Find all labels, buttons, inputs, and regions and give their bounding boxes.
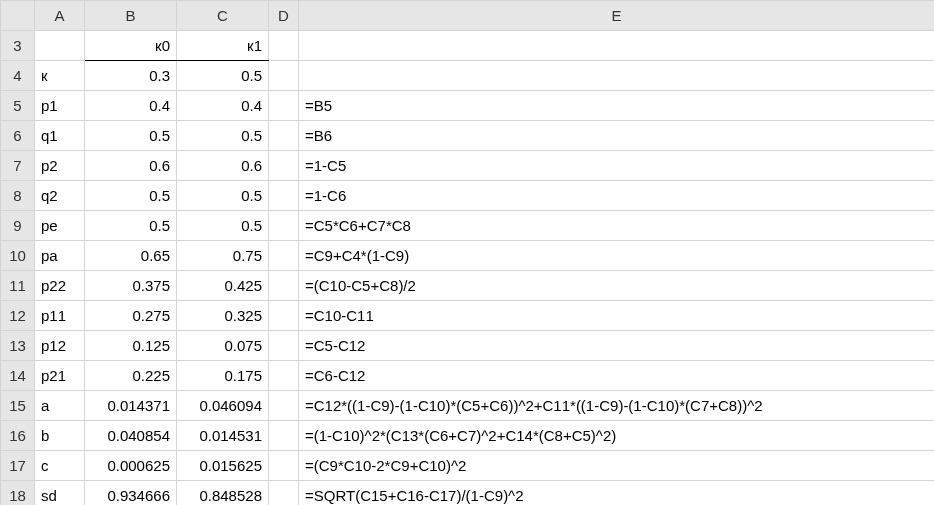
cell[interactable]: [299, 31, 935, 61]
column-header-c[interactable]: C: [177, 1, 269, 31]
cell[interactable]: 0.6: [177, 151, 269, 181]
cell[interactable]: [269, 421, 299, 451]
row-header[interactable]: 7: [1, 151, 35, 181]
cell[interactable]: 0.5: [85, 121, 177, 151]
cell[interactable]: q2: [35, 181, 85, 211]
cell[interactable]: 0.275: [85, 301, 177, 331]
cell[interactable]: 0.000625: [85, 451, 177, 481]
column-header-d[interactable]: D: [269, 1, 299, 31]
cell[interactable]: =C5-C12: [299, 331, 935, 361]
cell[interactable]: p12: [35, 331, 85, 361]
row-header[interactable]: 16: [1, 421, 35, 451]
spreadsheet-grid[interactable]: A B C D E 3 к0 к1 4 к 0.3 0.5 5 p1 0.4: [0, 0, 934, 505]
cell[interactable]: c: [35, 451, 85, 481]
cell[interactable]: [269, 391, 299, 421]
column-header-b[interactable]: B: [85, 1, 177, 31]
column-header-e[interactable]: E: [299, 1, 935, 31]
cell[interactable]: 0.375: [85, 271, 177, 301]
cell[interactable]: [269, 91, 299, 121]
cell[interactable]: pa: [35, 241, 85, 271]
row-header[interactable]: 11: [1, 271, 35, 301]
cell[interactable]: 0.4: [177, 91, 269, 121]
cell[interactable]: =1-C6: [299, 181, 935, 211]
cell[interactable]: [35, 31, 85, 61]
row-header[interactable]: 6: [1, 121, 35, 151]
row-header[interactable]: 13: [1, 331, 35, 361]
cell[interactable]: a: [35, 391, 85, 421]
cell[interactable]: 0.5: [177, 181, 269, 211]
cell[interactable]: 0.046094: [177, 391, 269, 421]
cell[interactable]: =C9+C4*(1-C9): [299, 241, 935, 271]
cell[interactable]: =C12*((1-C9)-(1-C10)*(C5+C6))^2+C11*((1-…: [299, 391, 935, 421]
row-header[interactable]: 3: [1, 31, 35, 61]
cell[interactable]: 0.125: [85, 331, 177, 361]
cell[interactable]: [269, 361, 299, 391]
cell[interactable]: [269, 301, 299, 331]
cell[interactable]: [269, 121, 299, 151]
cell[interactable]: 0.5: [177, 211, 269, 241]
row-header[interactable]: 10: [1, 241, 35, 271]
cell[interactable]: к1: [177, 31, 269, 61]
cell[interactable]: p22: [35, 271, 85, 301]
cell[interactable]: 0.5: [177, 61, 269, 91]
cell[interactable]: [269, 271, 299, 301]
cell[interactable]: [299, 61, 935, 91]
cell[interactable]: p11: [35, 301, 85, 331]
cell[interactable]: 0.75: [177, 241, 269, 271]
cell[interactable]: 0.040854: [85, 421, 177, 451]
cell[interactable]: к0: [85, 31, 177, 61]
cell[interactable]: [269, 151, 299, 181]
cell[interactable]: [269, 331, 299, 361]
cell[interactable]: [269, 181, 299, 211]
row-header[interactable]: 14: [1, 361, 35, 391]
row-header[interactable]: 18: [1, 481, 35, 506]
cell[interactable]: [269, 241, 299, 271]
cell[interactable]: 0.65: [85, 241, 177, 271]
select-all-corner[interactable]: [1, 1, 35, 31]
cell[interactable]: 0.325: [177, 301, 269, 331]
cell[interactable]: 0.425: [177, 271, 269, 301]
cell[interactable]: =C10-C11: [299, 301, 935, 331]
cell[interactable]: 0.5: [177, 121, 269, 151]
cell[interactable]: =(1-C10)^2*(C13*(C6+C7)^2+C14*(C8+C5)^2): [299, 421, 935, 451]
column-header-a[interactable]: A: [35, 1, 85, 31]
cell[interactable]: p1: [35, 91, 85, 121]
row-header[interactable]: 5: [1, 91, 35, 121]
cell[interactable]: 0.075: [177, 331, 269, 361]
cell[interactable]: 0.014371: [85, 391, 177, 421]
cell[interactable]: sd: [35, 481, 85, 506]
cell[interactable]: [269, 61, 299, 91]
cell[interactable]: =SQRT(C15+C16-C17)/(1-C9)^2: [299, 481, 935, 506]
row-header[interactable]: 17: [1, 451, 35, 481]
cell[interactable]: 0.015625: [177, 451, 269, 481]
cell[interactable]: [269, 211, 299, 241]
cell[interactable]: 0.5: [85, 181, 177, 211]
cell[interactable]: pe: [35, 211, 85, 241]
cell[interactable]: p21: [35, 361, 85, 391]
cell[interactable]: =C5*C6+C7*C8: [299, 211, 935, 241]
cell[interactable]: 0.3: [85, 61, 177, 91]
cell[interactable]: к: [35, 61, 85, 91]
cell[interactable]: 0.6: [85, 151, 177, 181]
cell[interactable]: p2: [35, 151, 85, 181]
cell[interactable]: b: [35, 421, 85, 451]
row-header[interactable]: 9: [1, 211, 35, 241]
cell[interactable]: =C6-C12: [299, 361, 935, 391]
cell[interactable]: 0.4: [85, 91, 177, 121]
row-header[interactable]: 12: [1, 301, 35, 331]
cell[interactable]: =(C9*C10-2*C9+C10)^2: [299, 451, 935, 481]
row-header[interactable]: 8: [1, 181, 35, 211]
cell[interactable]: [269, 481, 299, 506]
cell[interactable]: q1: [35, 121, 85, 151]
cell[interactable]: 0.934666: [85, 481, 177, 506]
cell[interactable]: 0.175: [177, 361, 269, 391]
cell[interactable]: =B5: [299, 91, 935, 121]
cell[interactable]: 0.014531: [177, 421, 269, 451]
cell[interactable]: 0.848528: [177, 481, 269, 506]
cell[interactable]: [269, 451, 299, 481]
row-header[interactable]: 4: [1, 61, 35, 91]
cell[interactable]: =1-C5: [299, 151, 935, 181]
cell[interactable]: [269, 31, 299, 61]
cell[interactable]: =B6: [299, 121, 935, 151]
cell[interactable]: =(C10-C5+C8)/2: [299, 271, 935, 301]
